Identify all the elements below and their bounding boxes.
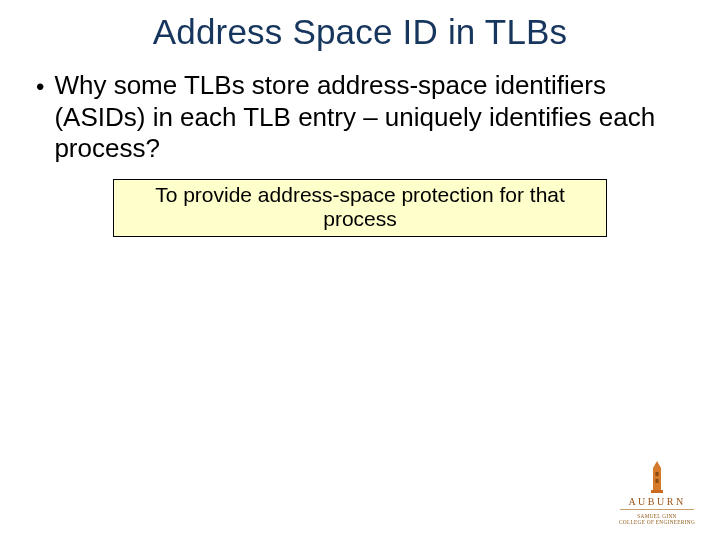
logo-divider [620, 509, 694, 510]
svg-rect-3 [656, 472, 659, 476]
slide: Address Space ID in TLBs • Why some TLBs… [0, 0, 720, 540]
logo-sub1: SAMUEL GINN [618, 513, 696, 520]
svg-rect-1 [651, 490, 663, 493]
bullet-text: Why some TLBs store address-space identi… [54, 70, 694, 165]
slide-body: • Why some TLBs store address-space iden… [0, 52, 720, 237]
slide-title: Address Space ID in TLBs [0, 0, 720, 52]
bullet-marker: • [26, 70, 54, 101]
bullet-item: • Why some TLBs store address-space iden… [26, 70, 694, 165]
svg-marker-2 [653, 461, 661, 468]
logo-sub2: COLLEGE OF ENGINEERING [618, 519, 696, 526]
tower-icon [645, 460, 669, 494]
auburn-logo: AUBURN SAMUEL GINN COLLEGE OF ENGINEERIN… [618, 460, 696, 526]
logo-university-text: AUBURN [618, 496, 696, 507]
svg-rect-4 [656, 479, 659, 483]
answer-box: To provide address-space protection for … [113, 179, 607, 237]
